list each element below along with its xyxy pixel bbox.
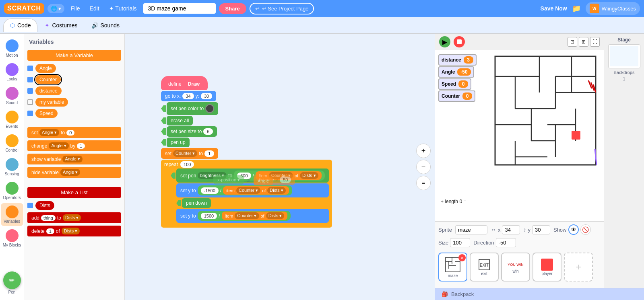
sprite-thumb-win[interactable]: YOU WIN win: [501, 253, 530, 282]
add-thing-block[interactable]: add thing to Dists ▾: [27, 212, 121, 223]
monitor-angle[interactable]: Angle -50: [438, 66, 474, 78]
sprite-thumb-maze[interactable]: × maze: [438, 253, 467, 282]
var-block-angle[interactable]: Angle: [35, 64, 56, 73]
position-block[interactable]: x-position ▾: [213, 175, 244, 185]
sprite-thumb-player[interactable]: player: [533, 253, 561, 282]
y-div-val2[interactable]: 1500: [201, 213, 217, 219]
goto-y[interactable]: 30: [201, 93, 212, 99]
repeat-block[interactable]: repeat 100 set pen brightness ▾ to: [161, 160, 332, 228]
checkbox-my-variable[interactable]: [27, 99, 33, 105]
show-var-dropdown[interactable]: Angle ▾: [62, 156, 82, 162]
project-title-input[interactable]: [143, 3, 216, 14]
checkbox-distance[interactable]: [27, 88, 33, 94]
delete-list-dropdown[interactable]: Dists ▾: [62, 228, 80, 234]
set-y-block2[interactable]: set y to 1500 / item Counter ▾ of Dists …: [176, 209, 329, 223]
item-counter2-dropdown[interactable]: Counter ▾: [236, 187, 260, 194]
add-list-dropdown[interactable]: Dists ▾: [63, 214, 81, 221]
repeat-val[interactable]: 100: [180, 161, 194, 168]
sidebar-item-looks[interactable]: Looks: [1, 61, 23, 84]
var-block-dists[interactable]: Dists: [35, 201, 54, 210]
green-flag-button[interactable]: ▶: [439, 36, 450, 47]
delete-index-input[interactable]: 1: [46, 228, 54, 234]
zoom-reset-button[interactable]: =: [416, 176, 431, 190]
make-list-button[interactable]: Make a List: [27, 187, 121, 198]
tab-costumes[interactable]: ✦ Costumes: [38, 19, 84, 32]
goto-x[interactable]: 34: [182, 93, 194, 99]
set-angle-block[interactable]: set Angle ▾ to 0: [27, 127, 121, 138]
monitor-counter[interactable]: Counter 0: [438, 90, 475, 102]
large-stage-button[interactable]: ⊞: [579, 37, 588, 47]
goto-block[interactable]: go to x: 34 y: 30: [161, 91, 332, 101]
checkbox-angle[interactable]: [27, 66, 33, 71]
angle-ref-block[interactable]: Angle: [254, 177, 273, 185]
see-project-button[interactable]: ↩ ↩ See Project Page: [250, 3, 314, 14]
distance-float-val[interactable]: 50: [280, 177, 291, 183]
show-button[interactable]: 👁: [568, 224, 579, 235]
set-pen-color-block[interactable]: set pen color to: [167, 102, 218, 115]
file-menu[interactable]: File: [68, 4, 83, 13]
zoom-out-button[interactable]: −: [416, 160, 431, 174]
small-stage-button[interactable]: ⊡: [568, 37, 577, 47]
erase-all-block[interactable]: erase all: [167, 116, 193, 125]
checkbox-dists[interactable]: [27, 203, 33, 208]
delete-block[interactable]: delete 1 of Dists ▾: [27, 226, 121, 236]
monitor-distance[interactable]: distance 3: [438, 54, 477, 66]
sidebar-item-sound[interactable]: Sound: [1, 84, 23, 107]
set-y-block1[interactable]: set y to -1500 / item Counter ▾ of Dists…: [176, 183, 329, 197]
sidebar-item-pen[interactable]: ✏ Pen: [1, 269, 23, 297]
sidebar-item-my-blocks[interactable]: My Blocks: [1, 227, 23, 250]
set-val-input[interactable]: 0: [66, 130, 74, 136]
item-dists2-dropdown[interactable]: Dists ▾: [267, 187, 286, 194]
edit-menu[interactable]: Edit: [87, 4, 103, 13]
change-angle-block[interactable]: change Angle ▾ by 1: [27, 140, 121, 151]
set-pen-size-block[interactable]: set pen size to 6: [167, 126, 217, 137]
y-div-val1[interactable]: -1500: [201, 187, 219, 194]
make-variable-button[interactable]: Make a Variable: [27, 50, 121, 61]
goto-xy-block[interactable]: go to x: 34 y: 30: [161, 91, 216, 101]
save-now-button[interactable]: Save Now: [541, 5, 567, 12]
monitor-speed[interactable]: Speed 0: [438, 78, 471, 90]
fullscreen-button[interactable]: ⛶: [590, 37, 600, 47]
change-var-dropdown[interactable]: Angle ▾: [49, 142, 68, 149]
sprite-thumb-exit[interactable]: EXIT exit: [470, 253, 499, 282]
direction-input[interactable]: [496, 238, 516, 247]
pen-down-block[interactable]: pen down: [182, 198, 211, 208]
pen-circle[interactable]: ✏: [3, 271, 21, 289]
zoom-in-button[interactable]: +: [416, 144, 431, 158]
sprite-name-input[interactable]: [455, 225, 487, 234]
tab-sounds[interactable]: 🔊 Sounds: [85, 19, 126, 32]
stop-button[interactable]: [454, 36, 465, 47]
item-counter3-dropdown[interactable]: Counter ▾: [235, 212, 259, 219]
x-coord-input[interactable]: [502, 225, 520, 234]
pen-up-block[interactable]: pen up: [167, 138, 190, 147]
var-block-speed[interactable]: Speed: [35, 109, 58, 118]
y-coord-input[interactable]: [532, 225, 550, 234]
checkbox-speed[interactable]: [27, 111, 33, 116]
user-badge[interactable]: W WiingyClasses: [586, 2, 640, 15]
var-block-my-variable[interactable]: my variable: [35, 98, 68, 107]
sidebar-item-events[interactable]: Events: [1, 108, 23, 131]
globe-button[interactable]: 🌐 ▾: [47, 4, 64, 13]
hide-variable-block[interactable]: hide variable Angle ▾: [27, 167, 121, 178]
pen-color-swatch[interactable]: [205, 104, 214, 113]
checkbox-counter[interactable]: [27, 77, 33, 82]
item-dists-dropdown[interactable]: Dists ▾: [300, 172, 318, 179]
share-button[interactable]: Share: [219, 3, 246, 14]
folder-icon[interactable]: 📁: [570, 2, 582, 14]
delete-maze-button[interactable]: ×: [458, 254, 466, 261]
var-block-distance[interactable]: distance: [35, 86, 62, 95]
scratch-logo[interactable]: SCRATCH: [4, 3, 44, 14]
tutorials-button[interactable]: ✦ Tutorials: [106, 4, 140, 13]
define-draw-block[interactable]: define Draw: [161, 76, 332, 90]
item-dists3-dropdown[interactable]: Dists ▾: [266, 212, 285, 219]
counter-dropdown[interactable]: Counter ▾: [173, 150, 197, 157]
sidebar-item-control[interactable]: Control: [1, 132, 23, 155]
hide-button[interactable]: 🚫: [580, 224, 591, 235]
counter-val[interactable]: 1: [204, 150, 214, 157]
hide-var-dropdown[interactable]: Angle ▾: [60, 169, 80, 176]
set-counter-block[interactable]: set Counter ▾ to 1: [161, 148, 218, 159]
sidebar-item-operators[interactable]: Operators: [1, 179, 23, 202]
sidebar-item-motion[interactable]: Motion: [1, 37, 23, 60]
define-block[interactable]: define Draw: [161, 76, 208, 90]
add-thing-input[interactable]: thing: [41, 215, 56, 221]
